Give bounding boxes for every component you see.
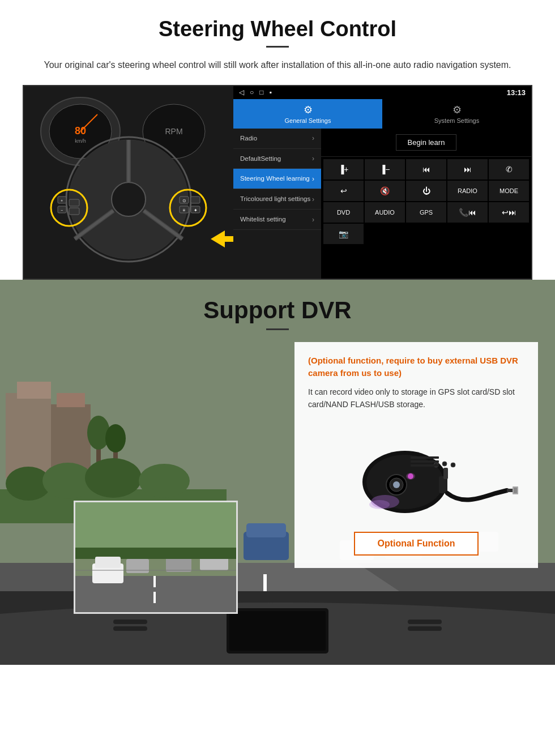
svg-text:km/h: km/h [75, 138, 86, 144]
menu-item-steering[interactable]: Steering Wheel learning › [233, 169, 321, 189]
chevron-right-icon: › [312, 216, 314, 224]
dvr-optional-text: (Optional function, require to buy exter… [308, 354, 524, 380]
audio-label: AUDIO [375, 209, 395, 216]
svg-point-84 [442, 462, 447, 466]
back-call-button[interactable]: ↩ [323, 181, 364, 201]
svg-point-54 [85, 458, 142, 498]
steering-photo-area: 80 km/h RPM [24, 86, 233, 279]
android-tabs: ⚙ General Settings ⚙ System Settings [233, 99, 531, 129]
dvr-section: Support DVR (Optional function, req [0, 280, 555, 665]
gps-label: GPS [420, 209, 433, 216]
svg-point-10 [112, 182, 146, 216]
statusbar-nav-icons: ◁ ○ □ ▪ [239, 88, 272, 96]
menu-item-whitelist[interactable]: Whitelist setting › [233, 210, 321, 230]
settings-menu: Radio › DefaultSetting › Steering Wheel … [233, 129, 321, 279]
radio-label: RADIO [458, 187, 477, 194]
menu-radio-label: Radio [240, 134, 257, 143]
menu-item-default[interactable]: DefaultSetting › [233, 149, 321, 169]
back-next-button[interactable]: ↩⏭ [489, 202, 529, 223]
svg-rect-80 [514, 488, 517, 493]
svg-rect-62 [153, 592, 156, 603]
svg-rect-88 [411, 464, 439, 467]
phone-button[interactable]: ✆ [489, 159, 529, 180]
back-icon[interactable]: ◁ [239, 88, 244, 96]
svg-rect-57 [246, 523, 286, 537]
menu-default-label: DefaultSetting [240, 155, 281, 163]
radio-button[interactable]: RADIO [447, 181, 488, 201]
vol-up-button[interactable]: ▐+ [323, 159, 364, 180]
android-mockup: 80 km/h RPM [23, 85, 532, 280]
svg-point-74 [393, 481, 400, 488]
chevron-right-icon: › [312, 175, 314, 183]
phone-icon: ✆ [506, 165, 513, 174]
menu-whitelist-label: Whitelist setting [240, 215, 286, 224]
gps-button[interactable]: GPS [406, 202, 446, 223]
prev-track-button[interactable]: ⏮ [406, 159, 446, 180]
svg-point-41 [105, 424, 126, 452]
svg-rect-91 [113, 626, 147, 631]
steering-section-subtitle: Your original car's steering wheel contr… [23, 58, 532, 72]
tab-system-settings[interactable]: ⚙ System Settings [382, 99, 531, 129]
camera-button[interactable]: 📷 [323, 224, 364, 244]
steering-wheel-section: Steering Wheel Control Your original car… [0, 0, 555, 280]
tab-system-label: System Settings [434, 117, 479, 124]
next-track-button[interactable]: ⏭ [447, 159, 488, 180]
svg-rect-35 [17, 382, 51, 399]
svg-rect-68 [95, 557, 121, 568]
chevron-right-icon: › [312, 134, 314, 142]
svg-rect-92 [408, 620, 442, 624]
svg-point-82 [369, 500, 390, 509]
screenshot-icon[interactable]: ▪ [270, 88, 272, 96]
tab-general-label: General Settings [285, 117, 331, 124]
svg-rect-37 [57, 393, 85, 407]
recents-icon[interactable]: □ [259, 88, 263, 96]
svg-rect-22 [69, 199, 79, 206]
dvr-title-area: Support DVR [0, 280, 555, 341]
tab-general-settings[interactable]: ⚙ General Settings [233, 99, 382, 129]
svg-rect-87 [411, 460, 439, 463]
svg-rect-95 [229, 611, 326, 651]
hang-up-icon: ↩ [340, 186, 347, 195]
mute-button[interactable]: 🔇 [365, 181, 405, 201]
vol-down-button[interactable]: ▐− [365, 159, 405, 180]
menu-item-radio[interactable]: Radio › [233, 129, 321, 149]
steering-control-panel: Begin learn ▐+ ▐− ⏮ [321, 129, 531, 279]
optional-function-button[interactable]: Optional Function [354, 532, 479, 556]
mode-button[interactable]: MODE [489, 181, 529, 201]
dvd-button[interactable]: DVD [323, 202, 364, 223]
svg-rect-78 [443, 468, 448, 479]
steering-section-title: Steering Wheel Control [23, 17, 532, 41]
svg-rect-86 [411, 456, 439, 459]
chevron-right-icon: › [312, 195, 314, 203]
svg-point-85 [451, 463, 455, 467]
menu-item-tricolour[interactable]: Tricoloured light settings › [233, 189, 321, 210]
title-divider [266, 46, 289, 48]
gear-icon: ⚙ [304, 104, 313, 116]
svg-rect-27 [191, 197, 200, 203]
statusbar-time: 13:13 [507, 88, 526, 97]
dvr-info-card: (Optional function, require to buy exter… [294, 342, 538, 569]
android-content: Radio › DefaultSetting › Steering Wheel … [233, 129, 531, 279]
mode-label: MODE [500, 187, 518, 194]
svg-rect-61 [153, 576, 156, 587]
prev-track-icon: ⏮ [422, 165, 430, 174]
svg-rect-23 [69, 208, 79, 215]
audio-button[interactable]: AUDIO [365, 202, 405, 223]
begin-learn-area: Begin learn [321, 129, 531, 157]
phone-prev-button[interactable]: 📞⏮ [447, 202, 488, 223]
svg-text:+: + [61, 199, 63, 203]
steering-photo: 80 km/h RPM [24, 86, 233, 279]
back-next-icon: ↩⏭ [502, 208, 516, 217]
dvr-title-divider [266, 328, 289, 330]
next-track-icon: ⏭ [464, 165, 472, 174]
chevron-right-icon: › [312, 155, 314, 163]
svg-text:✦: ✦ [194, 208, 198, 213]
home-icon[interactable]: ○ [250, 88, 254, 96]
power-button[interactable]: ⏻ [406, 181, 446, 201]
mute-icon: 🔇 [380, 186, 390, 195]
android-panel: ◁ ○ □ ▪ 13:13 ⚙ General Settings ⚙ Syste… [233, 86, 531, 279]
vol-down-icon: ▐− [379, 165, 390, 174]
svg-rect-34 [6, 393, 51, 478]
begin-learn-button[interactable]: Begin learn [396, 134, 457, 151]
dvr-inset-image [74, 501, 238, 614]
